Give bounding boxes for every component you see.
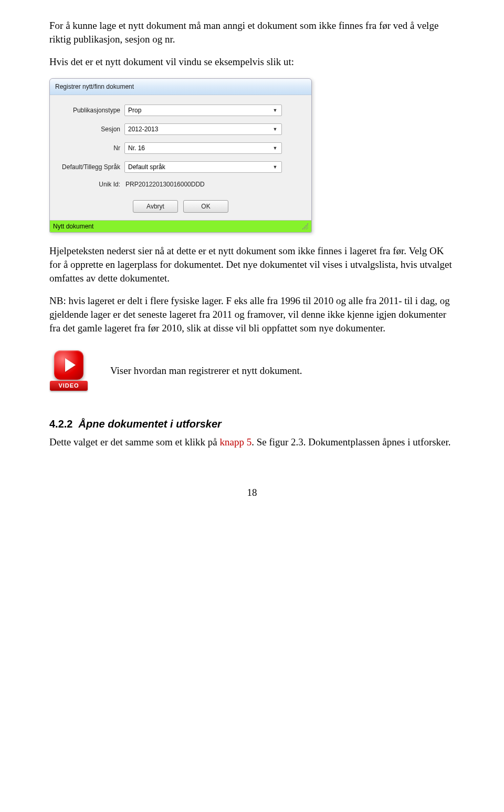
lang-combo[interactable]: Default språk ▼ <box>124 161 282 173</box>
section-heading: 4.2.2 Åpne dokumentet i utforsker <box>49 417 455 431</box>
lang-value: Default språk <box>128 163 165 171</box>
register-dialog: Registrer nytt/finn dokument Publikasjon… <box>49 78 312 233</box>
section-number: 4.2.2 <box>49 418 72 430</box>
video-icon[interactable]: VIDEO <box>49 350 88 391</box>
video-caption: Viser hvordan man registrerer et nytt do… <box>110 364 302 378</box>
nr-combo[interactable]: Nr. 16 ▼ <box>124 142 282 154</box>
chevron-down-icon: ▼ <box>271 107 279 113</box>
pubtype-value: Prop <box>128 106 141 114</box>
chevron-down-icon: ▼ <box>271 145 279 151</box>
lang-label: Default/Tillegg Språk <box>57 163 124 171</box>
section-title: Åpne dokumentet i utforsker <box>79 418 222 430</box>
dialog-body: Publikasjonstype Prop ▼ Sesjon 2012-2013… <box>50 95 311 220</box>
video-label: VIDEO <box>50 381 88 391</box>
para5-a: Dette valget er det samme som et klikk p… <box>49 436 219 447</box>
chevron-down-icon: ▼ <box>271 126 279 132</box>
cancel-button[interactable]: Avbryt <box>133 200 178 213</box>
resize-grip-icon[interactable] <box>302 223 308 230</box>
play-icon <box>54 350 83 380</box>
pubtype-combo[interactable]: Prop ▼ <box>124 105 282 116</box>
page-number: 18 <box>49 486 455 499</box>
open-explorer-paragraph: Dette valget er det samme som et klikk p… <box>49 435 455 449</box>
nr-label: Nr <box>57 144 124 152</box>
pubtype-label: Publikasjonstype <box>57 106 124 114</box>
para5-b: . Se figur 2.3. Dokumentplassen åpnes i … <box>251 436 450 447</box>
help-paragraph: Hjelpeteksten nederst sier nå at dette e… <box>49 244 455 285</box>
sesjon-label: Sesjon <box>57 125 124 133</box>
status-text: Nytt dokument <box>53 222 93 231</box>
ok-button[interactable]: OK <box>183 200 228 213</box>
intro-paragraph-2: Hvis det er et nytt dokument vil vindu s… <box>49 55 455 69</box>
intro-paragraph-1: For å kunne lage et nytt dokument må man… <box>49 19 455 46</box>
sesjon-combo[interactable]: 2012-2013 ▼ <box>124 123 282 135</box>
unikid-label: Unik Id: <box>57 180 124 189</box>
nb-paragraph: NB: hvis lageret er delt i flere fysiske… <box>49 294 455 335</box>
knapp5-ref: knapp 5 <box>219 436 251 447</box>
nr-value: Nr. 16 <box>128 144 145 152</box>
dialog-title: Registrer nytt/finn dokument <box>50 79 311 95</box>
unikid-value: PRP201220130016000DDD <box>124 181 205 188</box>
sesjon-value: 2012-2013 <box>128 125 158 133</box>
chevron-down-icon: ▼ <box>271 164 279 170</box>
